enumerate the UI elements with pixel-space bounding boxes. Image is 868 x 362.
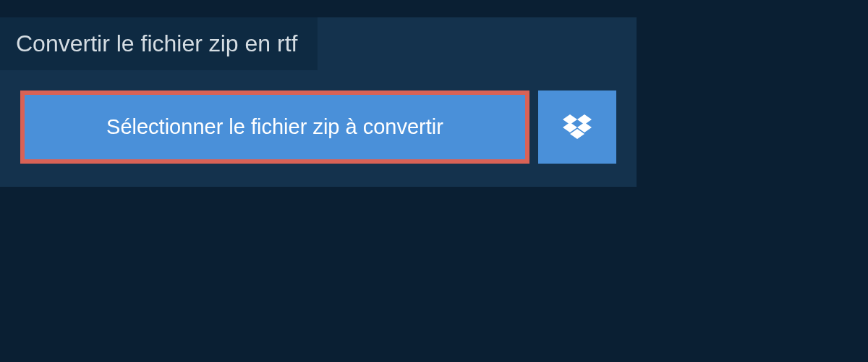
select-file-button[interactable]: Sélectionner le fichier zip à convertir — [20, 90, 529, 164]
converter-panel: Convertir le fichier zip en rtf Sélectio… — [0, 17, 637, 187]
panel-title: Convertir le fichier zip en rtf — [0, 17, 318, 70]
button-row: Sélectionner le fichier zip à convertir — [0, 70, 637, 164]
dropbox-button[interactable] — [538, 90, 616, 164]
select-file-button-label: Sélectionner le fichier zip à convertir — [106, 115, 443, 139]
dropbox-icon — [563, 114, 592, 140]
